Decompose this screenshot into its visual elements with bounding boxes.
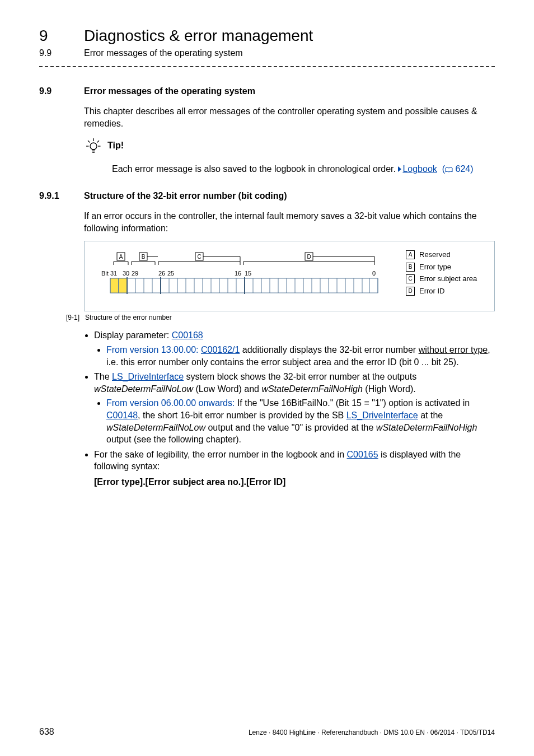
tip-label: Tip! [107, 141, 124, 151]
link-c00168[interactable]: C00168 [172, 330, 203, 340]
chapter-title: Diagnostics & error management [84, 27, 313, 45]
book-icon [445, 165, 453, 175]
svg-rect-28 [110, 278, 119, 293]
running-section-number: 9.9 [39, 48, 67, 58]
page-number: 638 [39, 727, 54, 737]
version-note: From version 06.00.00 onwards: [106, 398, 235, 408]
section-title-9-9-1: Structure of the 32-bit error number (bi… [84, 191, 287, 201]
section-9-9-1-intro: If an error occurs in the controller, th… [84, 210, 495, 234]
section-9-9-intro: This chapter describes all error message… [84, 105, 495, 129]
list-item: From version 06.00.00 onwards: If the "U… [106, 397, 495, 445]
link-logbook[interactable]: Logbook [402, 164, 437, 174]
var-wstatedetermfailnolow: wStateDetermFailNoLow [94, 384, 193, 394]
bulleted-list: Display parameter: C00168 From version 1… [84, 329, 495, 488]
link-c00162-1[interactable]: C00162/1 [201, 345, 240, 354]
error-number-diagram: A B C D [93, 251, 385, 302]
running-section-title: Error messages of the operating system [84, 48, 243, 58]
figure-caption-text: Structure of the error number [85, 314, 172, 321]
error-number-syntax: [Error type].[Error subject area no.].[E… [94, 477, 285, 487]
tip-text: Each error message is also saved to the … [112, 164, 495, 175]
legend-key-d: D [406, 287, 415, 296]
section-title-9-9: Error messages of the operating system [84, 86, 255, 96]
link-c00165[interactable]: C00165 [347, 450, 378, 459]
link-ls-driveinterface-2[interactable]: LS_DriveInterface [346, 410, 418, 420]
svg-text:Bit 31: Bit 31 [101, 270, 117, 277]
page-ref-logbook: ( 624) [439, 164, 473, 174]
page-footer: 638 Lenze · 8400 HighLine · Referenzhand… [39, 727, 495, 737]
list-item: For the sake of legibility, the error nu… [94, 449, 495, 488]
legend-b: Error type [419, 262, 451, 273]
list-item: Display parameter: C00168 From version 1… [94, 329, 495, 368]
figure-caption-number: [9-1] [39, 314, 79, 321]
footer-doc-info: Lenze · 8400 HighLine · Referenzhandbuch… [249, 729, 495, 736]
svg-line-3 [97, 141, 100, 143]
var-wstatedetermfailnohigh: wStateDetermFailNoHigh [261, 384, 363, 394]
legend-a: Reserved [419, 249, 451, 260]
version-note: From version 13.00.00: [106, 345, 201, 354]
section-number-9-9: 9.9 [39, 86, 84, 96]
svg-text:15: 15 [245, 270, 251, 277]
section-number-9-9-1: 9.9.1 [39, 191, 84, 201]
svg-text:26: 26 [158, 270, 165, 277]
legend-c: Error subject area [419, 273, 477, 284]
legend-key-c: C [406, 274, 415, 283]
chapter-number: 9 [39, 27, 67, 45]
svg-line-2 [88, 141, 90, 143]
link-arrow-icon [398, 166, 401, 172]
svg-text:D: D [307, 254, 311, 260]
svg-text:25: 25 [167, 270, 174, 277]
svg-text:16: 16 [235, 270, 241, 277]
svg-text:C: C [197, 254, 201, 260]
svg-text:0: 0 [372, 270, 376, 277]
list-item: From version 13.00.00: C00162/1 addition… [106, 344, 495, 368]
figure-legend: AReserved BError type CError subject are… [401, 241, 494, 311]
figure-caption: [9-1]Structure of the error number [39, 314, 495, 321]
svg-text:B: B [142, 254, 146, 260]
legend-key-a: A [406, 250, 415, 259]
tip-icon [84, 136, 103, 155]
var-wstatedetermfailnolow-2: wStateDetermFailNoLow [106, 423, 205, 432]
link-ls-driveinterface[interactable]: LS_DriveInterface [112, 372, 184, 381]
list-item: The LS_DriveInterface system block shows… [94, 371, 495, 446]
emphasis-without-error-type: without error type [419, 345, 488, 354]
svg-text:30: 30 [123, 270, 129, 277]
svg-rect-29 [119, 278, 127, 293]
link-c00148[interactable]: C00148 [106, 410, 138, 420]
divider [39, 66, 495, 67]
tip-text-body: Each error message is also saved to the … [112, 164, 398, 174]
figure-error-number: A B C D [84, 241, 495, 311]
svg-point-0 [90, 143, 97, 150]
svg-text:29: 29 [132, 270, 138, 277]
legend-d: Error ID [419, 286, 445, 297]
var-wstatedetermfailnohigh-2: wStateDetermFailNoHigh [376, 423, 477, 432]
svg-text:A: A [119, 254, 123, 260]
legend-key-b: B [406, 263, 415, 272]
